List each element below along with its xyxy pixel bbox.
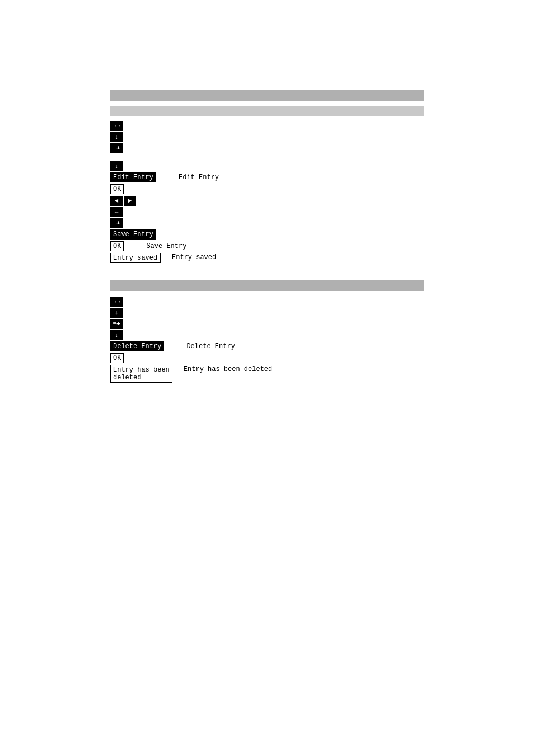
save-entry-plain: Save Entry <box>146 241 186 251</box>
delete-entry-row: Delete Entry Delete Entry <box>110 341 424 351</box>
del-down-arrow-row-1: ↓ <box>110 308 424 318</box>
edit-entry-label[interactable]: Edit Entry <box>110 172 156 182</box>
del-forward-arrow-row: →→ <box>110 297 424 307</box>
del-ok-label[interactable]: OK <box>110 353 124 363</box>
del-down-arrow-row-2: ↓ <box>110 330 424 340</box>
save-entry-row: Save Entry <box>110 229 424 240</box>
edit-entry-row: Edit Entry Edit Entry <box>110 172 424 182</box>
ok-save-row: OK Save Entry <box>110 241 424 251</box>
forward-arrow-icon-1: →→ <box>110 121 123 131</box>
down-arrow-icon-2: ↓ <box>110 161 123 171</box>
ok-label-1[interactable]: OK <box>110 184 124 194</box>
del-ok-row: OK <box>110 353 424 363</box>
delete-entry-plain: Delete Entry <box>186 341 235 351</box>
right-arrow-icon: ► <box>124 196 136 206</box>
left-arrow-icon: ◄ <box>110 196 123 206</box>
ok-row-1: OK <box>110 184 424 194</box>
entry-saved-plain: Entry saved <box>172 253 216 262</box>
down-arrow-row-2: ↓ <box>110 161 424 171</box>
edit-entry-plain: Edit Entry <box>179 172 219 182</box>
delete-section-header <box>110 280 424 291</box>
entry-deleted-plain: Entry has been deleted <box>184 365 272 374</box>
del-down-arrow-icon-2: ↓ <box>110 330 123 340</box>
entry-deleted-row: Entry has been deleted Entry has been de… <box>110 365 424 383</box>
page-container: →→ ↓ ≡+ ↓ Edit Entry Edit Entry OK <box>0 0 534 756</box>
down-arrow-icon-1: ↓ <box>110 132 123 142</box>
lr-arrow-row: ◄ ► <box>110 196 424 206</box>
del-list-plus-row: ≡+ <box>110 319 424 329</box>
del-list-plus-icon: ≡+ <box>110 319 123 329</box>
divider-line <box>110 438 278 438</box>
entry-deleted-box: Entry has been deleted <box>110 365 172 383</box>
down-arrow-row-1: ↓ <box>110 132 424 142</box>
edit-section-header <box>110 90 424 101</box>
back-arrow-icon: ← <box>110 207 123 217</box>
list-plus-icon-2: ≡+ <box>110 218 123 228</box>
save-entry-label[interactable]: Save Entry <box>110 229 156 240</box>
del-down-arrow-icon-1: ↓ <box>110 308 123 318</box>
list-plus-row-2: ≡+ <box>110 218 424 228</box>
ok-label-2[interactable]: OK <box>110 241 124 251</box>
back-arrow-row: ← <box>110 207 424 217</box>
entry-saved-row: Entry saved Entry saved <box>110 253 424 263</box>
delete-section: →→ ↓ ≡+ ↓ Delete Entry Delete Entry OK <box>110 280 424 383</box>
entry-saved-box: Entry saved <box>110 253 161 263</box>
edit-section-subheader <box>110 106 424 116</box>
edit-section: →→ ↓ ≡+ ↓ Edit Entry Edit Entry OK <box>110 90 424 263</box>
forward-arrow-row-1: →→ <box>110 121 424 131</box>
delete-entry-label[interactable]: Delete Entry <box>110 341 164 351</box>
list-plus-row-1: ≡+ <box>110 143 424 153</box>
content-area: →→ ↓ ≡+ ↓ Edit Entry Edit Entry OK <box>110 0 424 438</box>
del-forward-arrow-icon: →→ <box>110 297 123 307</box>
list-plus-icon-1: ≡+ <box>110 143 123 153</box>
